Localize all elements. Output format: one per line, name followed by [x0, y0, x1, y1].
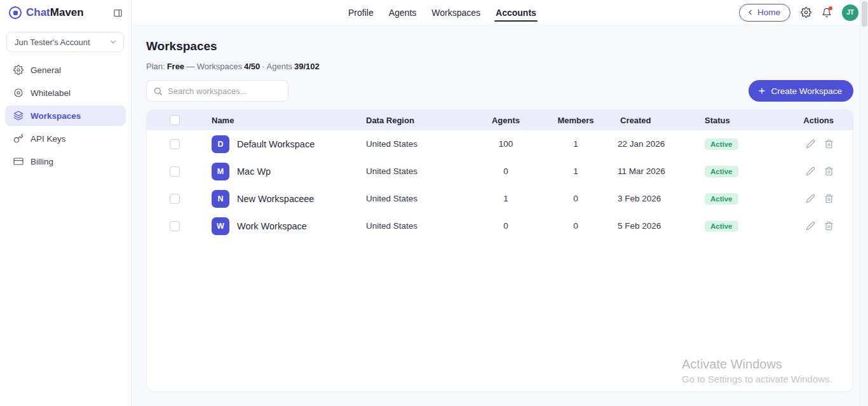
status-badge: Active [705, 166, 738, 177]
workspace-agents-count: 0 [474, 221, 538, 231]
column-header-name: Name [210, 116, 366, 125]
delete-trash-icon[interactable] [824, 139, 834, 149]
account-selector[interactable]: Jun Tester's Account [6, 32, 124, 52]
main-content: Workspaces Plan:Free— Workspaces4/50· Ag… [132, 25, 868, 406]
workspaces-table: Name Data Region Agents Members Created … [146, 109, 853, 392]
key-icon [13, 133, 24, 144]
sidebar-item-api-keys[interactable]: API Keys [5, 128, 126, 149]
sidebar-item-workspaces[interactable]: Workspaces [5, 105, 126, 126]
table-row: M Mac Wp United States 0 1 11 Mar 2026 A… [147, 158, 853, 185]
sidebar-item-billing[interactable]: Billing [5, 151, 126, 172]
select-all-checkbox[interactable] [170, 115, 180, 125]
workspace-agents-count: 100 [474, 139, 538, 149]
workspace-data-region: United States [366, 166, 474, 176]
whitelabel-icon [13, 88, 24, 98]
row-checkbox[interactable] [170, 166, 180, 177]
user-avatar[interactable]: JT [842, 4, 858, 21]
sidebar-item-label: Workspaces [31, 111, 81, 121]
edit-pencil-icon[interactable] [806, 166, 815, 176]
plan-agents-count: 39/102 [294, 62, 320, 71]
workspace-agents-count: 0 [474, 166, 538, 176]
workspace-initial-badge: D [212, 135, 229, 153]
notifications-bell-icon[interactable] [822, 8, 832, 18]
sidebar-item-label: Billing [31, 157, 53, 166]
sidebar-item-label: General [31, 65, 61, 75]
credit-card-icon [13, 156, 24, 166]
workspace-data-region: United States [366, 221, 474, 231]
sidebar-item-label: Whitelabel [31, 88, 71, 98]
home-button[interactable]: Home [739, 4, 790, 22]
workspace-created-date: 3 Feb 2026 [614, 194, 693, 203]
sidebar-header: ChatMaven [0, 0, 131, 25]
sidebar-item-label: API Keys [31, 134, 66, 144]
tab-agents[interactable]: Agents [389, 0, 417, 25]
column-header-actions: Actions [757, 116, 853, 125]
brand-logo[interactable]: ChatMaven [9, 6, 84, 19]
search-box [146, 80, 288, 102]
column-header-data-region: Data Region [366, 116, 474, 125]
edit-pencil-icon[interactable] [806, 139, 815, 149]
delete-trash-icon[interactable] [824, 166, 834, 176]
top-actions: Home JT [739, 4, 868, 22]
create-workspace-button[interactable]: Create Workspace [749, 80, 853, 102]
sidebar-item-general[interactable]: General [5, 60, 126, 80]
workspace-created-date: 11 Mar 2026 [614, 166, 693, 176]
sidebar-toggle-icon[interactable] [113, 8, 123, 18]
workspace-members-count: 1 [538, 139, 614, 149]
workspace-members-count: 1 [538, 166, 614, 176]
scrollbar[interactable] [860, 0, 868, 406]
column-header-agents: Agents [474, 116, 538, 125]
delete-trash-icon[interactable] [824, 221, 834, 231]
app-root: ChatMaven Jun Tester's Account General [0, 0, 868, 406]
column-header-members: Members [538, 116, 614, 125]
workspace-members-count: 0 [538, 221, 614, 231]
plan-name: Free [167, 62, 184, 71]
layers-icon [13, 111, 24, 121]
status-badge: Active [705, 220, 738, 232]
top-bar: Profile Agents Workspaces Accounts Home [132, 0, 868, 25]
workspace-name: Work Workspace [237, 221, 307, 231]
row-checkbox[interactable] [170, 221, 180, 231]
plan-workspaces-label: — Workspaces [186, 62, 242, 71]
tab-profile[interactable]: Profile [348, 0, 374, 25]
row-checkbox[interactable] [170, 194, 180, 204]
edit-pencil-icon[interactable] [806, 221, 815, 231]
search-input[interactable] [168, 86, 281, 96]
workspace-name: New Workspaceee [237, 194, 314, 204]
delete-trash-icon[interactable] [824, 194, 834, 203]
tab-accounts[interactable]: Accounts [496, 0, 536, 25]
home-button-label: Home [757, 8, 780, 17]
page-title: Workspaces [146, 39, 853, 53]
plan-summary: Plan:Free— Workspaces4/50· Agents39/102 [146, 62, 853, 71]
workspace-agents-count: 1 [474, 194, 538, 203]
search-icon [153, 86, 163, 96]
tab-workspaces[interactable]: Workspaces [431, 0, 480, 25]
plan-label: Plan: [146, 62, 165, 71]
plan-agents-label: · Agents [262, 62, 292, 71]
status-badge: Active [705, 193, 738, 205]
table-controls: Create Workspace [146, 80, 853, 102]
workspace-created-date: 22 Jan 2026 [614, 139, 693, 149]
account-selector-label: Jun Tester's Account [15, 37, 90, 47]
sidebar-item-whitelabel[interactable]: Whitelabel [5, 83, 126, 103]
workspace-initial-badge: N [212, 190, 229, 208]
table-row: D Default Workspace United States 100 1 … [147, 130, 853, 158]
workspace-data-region: United States [366, 194, 474, 203]
table-header-row: Name Data Region Agents Members Created … [147, 110, 853, 130]
settings-gear-icon[interactable] [801, 7, 811, 18]
workspace-members-count: 0 [538, 194, 614, 203]
table-row: N New Workspaceee United States 1 0 3 Fe… [147, 185, 853, 212]
row-checkbox[interactable] [170, 139, 180, 149]
sidebar-nav: General Whitelabel Workspaces API Keys [0, 57, 131, 177]
edit-pencil-icon[interactable] [806, 194, 815, 203]
chat-bubble-logo-icon [9, 6, 22, 19]
workspace-initial-badge: M [212, 163, 229, 180]
table-body: D Default Workspace United States 100 1 … [147, 130, 853, 240]
workspace-created-date: 5 Feb 2026 [614, 221, 693, 231]
chevron-left-icon [746, 8, 754, 17]
notification-dot [829, 6, 832, 10]
column-header-status: Status [693, 116, 757, 125]
table-row: W Work Workspace United States 0 0 5 Feb… [147, 212, 853, 240]
workspace-name: Default Workspace [237, 139, 315, 149]
scrollbar-thumb[interactable] [862, 1, 867, 27]
